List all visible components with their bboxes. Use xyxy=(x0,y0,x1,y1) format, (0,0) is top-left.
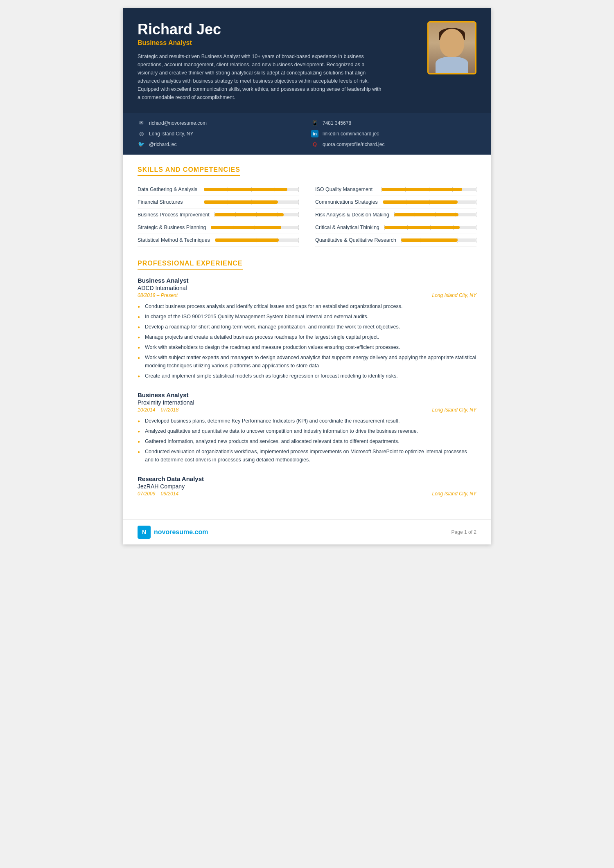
skill-row: Financial Structures xyxy=(138,196,299,209)
skill-bar-fill xyxy=(215,238,279,242)
skill-name: Quantitative & Qualitative Research xyxy=(315,237,396,243)
job-location: Long Island City, NY xyxy=(432,491,477,497)
job-meta: 07/2009 – 09/2014 Long Island City, NY xyxy=(138,491,476,497)
contact-twitter: 🐦 @richard.jec xyxy=(138,141,303,148)
skill-row: Strategic & Business Planning xyxy=(138,221,299,234)
job-bullet: Analyzed qualitative and quantitative da… xyxy=(138,427,476,435)
job-company: JezRAH Company xyxy=(138,483,476,490)
job-bullets: Developed business plans, determine Key … xyxy=(138,417,476,464)
contact-linkedin: in linkedin.com/in/richard.jec xyxy=(311,130,476,137)
job-meta: 10/2014 – 07/2018 Long Island City, NY xyxy=(138,407,476,413)
email-icon: ✉ xyxy=(138,119,145,127)
job-block: Research Data Analyst JezRAH Company 07/… xyxy=(138,475,476,497)
linkedin-icon: in xyxy=(311,130,318,137)
candidate-summary: Strategic and results-driven Business An… xyxy=(138,52,383,101)
job-bullet: Developed business plans, determine Key … xyxy=(138,417,476,425)
job-block: Business Analyst Proximity International… xyxy=(138,391,476,464)
skill-row: ISO Quality Management xyxy=(315,183,476,196)
skill-bar-track xyxy=(215,238,299,242)
skill-bar-track xyxy=(401,238,476,242)
job-dates: 07/2009 – 09/2014 xyxy=(138,491,178,497)
skill-row: Communications Strategies xyxy=(315,196,476,209)
skill-bar-container xyxy=(383,200,476,205)
skill-bar-track xyxy=(381,188,476,191)
contact-location: ◎ Long Island City, NY xyxy=(138,130,303,137)
skill-bar-fill xyxy=(401,238,458,242)
job-location: Long Island City, NY xyxy=(432,407,477,413)
skill-bar-fill xyxy=(204,188,287,191)
twitter-icon: 🐦 xyxy=(138,141,145,148)
job-bullet: In charge of the ISO 9001:2015 Quality M… xyxy=(138,313,476,321)
skill-bar-container xyxy=(401,238,476,243)
job-bullet: Conduct business process analysis and id… xyxy=(138,302,476,310)
job-company: ADCD International xyxy=(138,285,476,291)
candidate-photo xyxy=(427,21,476,74)
job-location: Long Island City, NY xyxy=(432,292,477,298)
job-bullet: Work with stakeholders to design the roa… xyxy=(138,343,476,351)
job-title: Research Data Analyst xyxy=(138,475,476,482)
skill-bar-track xyxy=(204,200,299,204)
quora-icon: Q xyxy=(311,141,318,148)
twitter-value: @richard.jec xyxy=(149,142,177,147)
skill-bar-track xyxy=(214,213,299,216)
job-title: Business Analyst xyxy=(138,391,476,398)
job-bullet: Develop a roadmap for short and long-ter… xyxy=(138,323,476,331)
skill-bar-container xyxy=(384,225,476,230)
skill-name: Communications Strategies xyxy=(315,199,378,205)
skill-name: Statistical Method & Techniques xyxy=(138,237,210,243)
skill-bar-track xyxy=(383,200,476,204)
skill-row: Statistical Method & Techniques xyxy=(138,234,299,247)
skills-section: SKILLS AND COMPETENCIES Data Gathering &… xyxy=(138,166,476,247)
skill-bar-track xyxy=(394,213,476,216)
job-company: Proximity International xyxy=(138,399,476,406)
phone-icon: 📱 xyxy=(311,119,318,127)
header-section: Richard Jec Business Analyst Strategic a… xyxy=(123,8,491,113)
skill-bar-container xyxy=(215,238,299,243)
footer-logo: N novoresume.com xyxy=(138,526,208,539)
job-bullets: Conduct business process analysis and id… xyxy=(138,302,476,380)
skill-bar-fill xyxy=(204,200,278,204)
skill-row: Data Gathering & Analysis xyxy=(138,183,299,196)
skill-name: Financial Structures xyxy=(138,199,199,205)
skill-name: Strategic & Business Planning xyxy=(138,225,206,230)
resume-page: Richard Jec Business Analyst Strategic a… xyxy=(123,8,491,544)
skill-row: Critical & Analytical Thinking xyxy=(315,221,476,234)
job-bullet: Manage projects and create a detailed bu… xyxy=(138,333,476,341)
skill-name: Critical & Analytical Thinking xyxy=(315,225,379,230)
contact-email: ✉ richard@novoresume.com xyxy=(138,119,303,127)
skills-grid: Data Gathering & Analysis Financial Stru… xyxy=(138,183,476,247)
skill-row: Business Process Improvement xyxy=(138,209,299,221)
job-meta: 08/2018 – Present Long Island City, NY xyxy=(138,292,476,298)
experience-section-title: PROFESSIONAL EXPERIENCE xyxy=(138,260,243,270)
skill-bar-track xyxy=(211,226,299,229)
skill-bar-track xyxy=(204,188,299,191)
job-dates: 08/2018 – Present xyxy=(138,292,178,298)
job-bullet: Create and implement simple statistical … xyxy=(138,372,476,380)
skill-bar-container xyxy=(394,212,476,217)
phone-value: 7481 345678 xyxy=(323,120,351,126)
linkedin-value: linkedin.com/in/richard.jec xyxy=(323,131,379,137)
job-bullet: Work with subject matter experts and man… xyxy=(138,353,476,370)
skill-name: ISO Quality Management xyxy=(315,187,377,192)
contact-quora: Q quora.com/profile/richard.jec xyxy=(311,141,476,148)
novoresume-icon: N xyxy=(138,526,151,539)
skill-name: Business Process Improvement xyxy=(138,212,210,218)
main-content: SKILLS AND COMPETENCIES Data Gathering &… xyxy=(123,155,491,519)
email-value: richard@novoresume.com xyxy=(149,120,207,126)
skill-bar-container xyxy=(381,187,476,192)
footer-logo-text: novoresume.com xyxy=(154,528,208,536)
job-bullet: Conducted evaluation of organization's w… xyxy=(138,447,476,464)
skill-bar-fill xyxy=(211,226,281,229)
skill-bar-track xyxy=(384,226,476,229)
skill-bar-fill xyxy=(383,200,458,204)
skill-row: Quantitative & Qualitative Research xyxy=(315,234,476,247)
experience-section: PROFESSIONAL EXPERIENCE Business Analyst… xyxy=(138,260,476,497)
candidate-name: Richard Jec xyxy=(138,21,418,38)
skill-name: Data Gathering & Analysis xyxy=(138,187,199,192)
skill-bar-container xyxy=(214,212,299,217)
footer: N novoresume.com Page 1 of 2 xyxy=(123,519,491,544)
skill-row: Risk Analysis & Decision Making xyxy=(315,209,476,221)
location-value: Long Island City, NY xyxy=(149,131,194,137)
skill-bar-container xyxy=(204,187,299,192)
contact-bar: ✉ richard@novoresume.com 📱 7481 345678 ◎… xyxy=(123,113,491,155)
